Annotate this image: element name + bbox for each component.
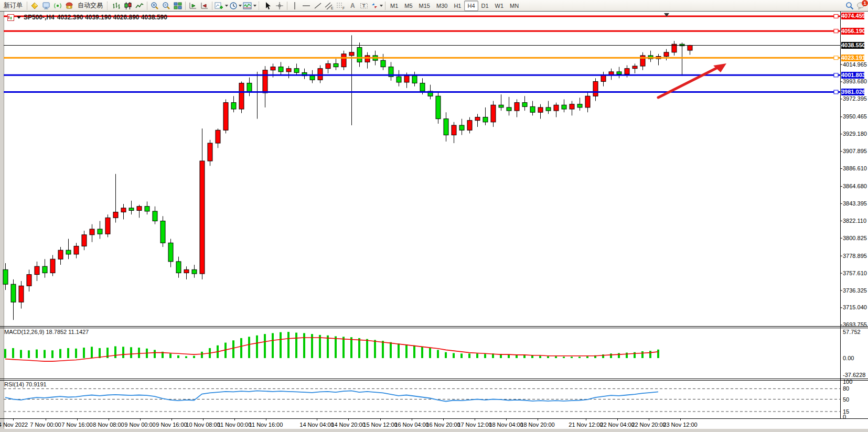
candle-body (515, 103, 519, 111)
channel-button[interactable]: E (324, 1, 335, 11)
macd-histogram-bar (240, 338, 242, 358)
time-axis-label: 9 Nov 00:00 (124, 422, 155, 428)
timeframe-m1[interactable]: M1 (387, 1, 401, 11)
candle-body (239, 83, 244, 110)
toolbar-grip (259, 2, 261, 10)
macd-histogram-bar (28, 350, 30, 358)
arrows-button[interactable] (370, 1, 383, 11)
macd-histogram-bar (547, 357, 549, 358)
time-axis-label: 17 Nov 12:00 (457, 422, 491, 428)
indicator-window-button[interactable] (242, 1, 257, 11)
macd-histogram-bar (626, 353, 628, 358)
timeframe-m5[interactable]: M5 (401, 1, 415, 11)
chart-canvas[interactable] (0, 12, 868, 432)
crosshair-button[interactable] (274, 1, 285, 11)
candle-body (349, 52, 354, 56)
search-button[interactable] (844, 1, 855, 11)
periods-button[interactable] (229, 1, 242, 11)
candle-body (444, 119, 448, 135)
candle-body (381, 60, 385, 67)
bar-chart-button[interactable] (111, 1, 122, 11)
macd-histogram-bar (571, 357, 573, 358)
price-badge: 4023.191 (841, 55, 864, 61)
macd-histogram-bar (563, 357, 565, 358)
macd-histogram-bar (12, 348, 14, 358)
timeframe-m30[interactable]: M30 (433, 1, 451, 11)
line-end-handle (834, 56, 838, 60)
new-order-button[interactable]: 新订单 (1, 1, 25, 11)
candle-body (538, 107, 543, 112)
toolbar-grip (107, 2, 109, 10)
price-badge: 4074.459 (841, 13, 864, 19)
macd-histogram-bar (295, 333, 297, 358)
timeframe-h4[interactable]: H4 (464, 1, 478, 11)
cursor-button[interactable] (262, 1, 274, 11)
label-button[interactable]: T (358, 1, 370, 11)
price-tick-label: 4014.965 (843, 61, 867, 68)
tile-windows-button[interactable] (172, 1, 184, 11)
time-axis-label: 22 Nov 20:00 (631, 422, 666, 428)
auto-trading-button[interactable]: 自动交易 (75, 1, 105, 11)
macd-histogram-bar (36, 350, 38, 358)
auto-scroll-button[interactable] (187, 1, 199, 11)
trendline-button[interactable] (312, 1, 324, 11)
diamond-icon[interactable] (29, 1, 40, 11)
svg-text:E: E (331, 6, 334, 10)
signal-icon[interactable] (52, 1, 63, 11)
candle-body (491, 105, 496, 122)
chat-button[interactable]: 1 (855, 1, 867, 11)
macd-histogram-bar (366, 339, 368, 358)
macd-histogram-bar (287, 332, 290, 358)
macd-histogram-bar (578, 357, 581, 358)
macd-histogram-bar (555, 357, 557, 358)
timeframe-mn[interactable]: MN (507, 1, 522, 11)
line-chart-button[interactable] (134, 1, 145, 11)
candle-body (436, 96, 441, 118)
time-axis-label: 7 Nov 16:00 (61, 422, 92, 428)
zoom-out-button[interactable] (160, 1, 172, 11)
timeframe-m15[interactable]: M15 (416, 1, 433, 11)
symbol-dropdown-icon[interactable] (17, 16, 21, 19)
candle-body (129, 208, 134, 211)
timeframe-w1[interactable]: W1 (492, 1, 507, 11)
trend-arrow-line (658, 67, 719, 98)
candle-body (208, 143, 212, 161)
text-button[interactable]: A (347, 1, 358, 11)
macd-histogram-bar (303, 333, 305, 358)
candle-body (231, 103, 236, 109)
new-chart-button[interactable] (214, 1, 229, 11)
svg-text:A: A (350, 2, 355, 9)
price-tick-label: 3993.680 (843, 78, 867, 84)
timeframe-buttons: M1M5M15M30H1H4D1W1MN (387, 1, 522, 11)
macd-histogram-bar (4, 349, 6, 358)
price-tick-label: 3800.825 (843, 235, 867, 241)
fibonacci-button[interactable]: F (335, 1, 347, 11)
candle-body (522, 103, 527, 107)
time-axis-label: 4 Nov 2022 (0, 422, 28, 428)
macd-histogram-bar (138, 348, 140, 358)
price-badge: 3981.026 (841, 89, 864, 95)
chart-shift-button[interactable] (199, 1, 210, 11)
price-tick-label: 3736.325 (843, 287, 867, 294)
autotrade-icon[interactable] (63, 1, 75, 11)
vline-button[interactable] (289, 1, 301, 11)
chart-window: SP500-,H4 4032.390 4039.190 4026.890 403… (0, 12, 868, 432)
candlestick-button[interactable] (122, 1, 134, 11)
candle-body (310, 76, 315, 80)
right-tools: 1 (844, 1, 867, 11)
zoom-in-button[interactable] (149, 1, 160, 11)
timeframe-h1[interactable]: H1 (451, 1, 464, 11)
price-tick-label: 3950.465 (843, 113, 867, 120)
candle-body (601, 75, 606, 81)
desktop-icon[interactable] (40, 1, 52, 11)
macd-histogram-bar (248, 337, 250, 358)
macd-histogram-bar (429, 348, 431, 358)
macd-histogram-bar (51, 350, 53, 358)
timeframe-d1[interactable]: D1 (478, 1, 492, 11)
macd-histogram-bar (641, 351, 644, 358)
macd-histogram-bar (342, 337, 345, 358)
candle-body (11, 284, 16, 302)
macd-histogram-bar (508, 354, 510, 358)
hline-button[interactable] (301, 1, 312, 11)
macd-histogram-bar (319, 335, 321, 358)
